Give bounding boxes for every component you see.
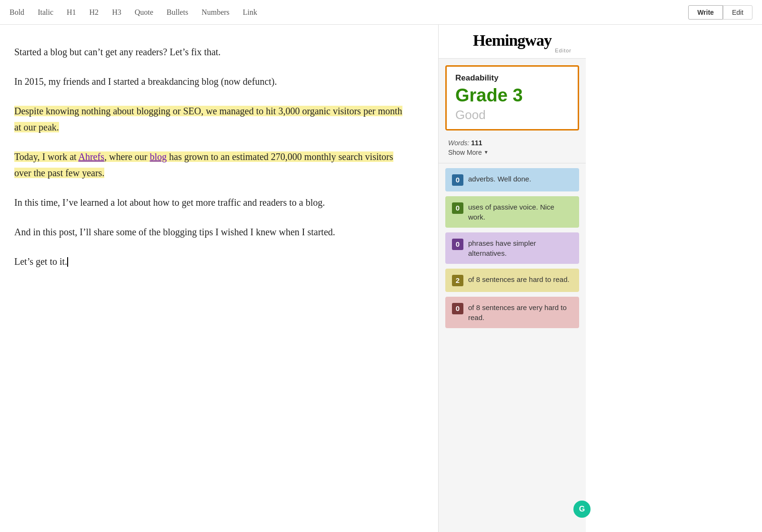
paragraph-1: Started a blog but can’t get any readers… [14,44,410,60]
link-button[interactable]: Link [243,6,257,19]
paragraph-4-before: Today, I work at [14,151,79,162]
blog-link[interactable]: blog [150,151,167,162]
grade-text: Grade 3 [455,86,569,106]
edit-mode-button[interactable]: Edit [723,5,752,20]
quote-button[interactable]: Quote [135,6,153,19]
words-line: Words: 111 [448,139,576,147]
h1-button[interactable]: H1 [67,6,76,19]
hemingway-logo-title: Hemingway [448,32,576,49]
toolbar: Bold Italic H1 H2 H3 Quote Bullets Numbe… [0,0,762,25]
bullets-button[interactable]: Bullets [167,6,188,19]
metric-card-simpler: 0phrases have simpler alternatives. [445,232,579,264]
write-mode-button[interactable]: Write [688,5,723,20]
numbers-button[interactable]: Numbers [201,6,230,19]
words-label: Words: [448,139,469,147]
words-section: Words: 111 Show More ▼ [439,135,586,163]
hemingway-header: Hemingway Editor [439,25,586,59]
mode-toggle: Write Edit [688,5,752,20]
highlighted-text-2: Today, I work at Ahrefs, where our blog … [14,151,393,178]
h2-button[interactable]: H2 [90,6,99,19]
metric-badge-simpler: 0 [452,239,463,250]
metric-badge-hard: 2 [452,275,463,286]
show-more-button[interactable]: Show More ▼ [448,147,489,161]
grammarly-button[interactable]: G [573,501,591,518]
paragraph-2: In 2015, my friends and I started a brea… [14,73,410,90]
bold-button[interactable]: Bold [10,6,24,19]
paragraph-7-text: Let’s get to it. [14,256,67,267]
main-container: Started a blog but can’t get any readers… [0,25,762,532]
metric-text-very-hard: of 8 sentences are very hard to read. [468,302,572,322]
readability-label: Readability [455,73,569,83]
highlighted-text-1: Despite knowing nothing about blogging o… [14,106,402,132]
metric-card-adverbs: 0adverbs. Well done. [445,168,579,191]
metric-card-very-hard: 0of 8 sentences are very hard to read. [445,297,579,328]
paragraph-7: Let’s get to it. [14,253,410,270]
metric-text-hard: of 8 sentences are hard to read. [468,274,570,284]
metric-text-adverbs: adverbs. Well done. [468,174,531,184]
metric-text-passive: uses of passive voice. Nice work. [468,202,572,222]
metric-card-hard: 2of 8 sentences are hard to read. [445,269,579,292]
paragraph-4-highlighted-links: Today, I work at Ahrefs, where our blog … [14,149,410,181]
italic-button[interactable]: Italic [38,6,53,19]
editor-area[interactable]: Started a blog but can’t get any readers… [0,25,438,532]
words-count: 111 [471,139,482,147]
h3-button[interactable]: H3 [112,6,121,19]
quality-text: Good [455,108,569,122]
metric-badge-passive: 0 [452,202,463,214]
paragraph-6: And in this post, I’ll share some of the… [14,224,410,240]
metric-text-simpler: phrases have simpler alternatives. [468,238,572,258]
chevron-down-icon: ▼ [484,150,489,155]
text-cursor [67,257,68,267]
ahrefs-link[interactable]: Ahrefs [79,151,104,162]
metric-badge-adverbs: 0 [452,174,463,186]
readability-box: Readability Grade 3 Good [445,65,579,130]
paragraph-5: In this time, I’ve learned a lot about h… [14,194,410,211]
metric-card-passive: 0uses of passive voice. Nice work. [445,196,579,228]
toolbar-formatting: Bold Italic H1 H2 H3 Quote Bullets Numbe… [10,6,688,19]
metric-badge-very-hard: 0 [452,303,463,314]
sidebar: Hemingway Editor Readability Grade 3 Goo… [438,25,586,532]
paragraph-3-highlighted: Despite knowing nothing about blogging o… [14,103,410,135]
show-more-label: Show More [448,149,482,156]
paragraph-4-middle: , where our [104,151,150,162]
metrics-section: 0adverbs. Well done.0uses of passive voi… [439,163,586,333]
